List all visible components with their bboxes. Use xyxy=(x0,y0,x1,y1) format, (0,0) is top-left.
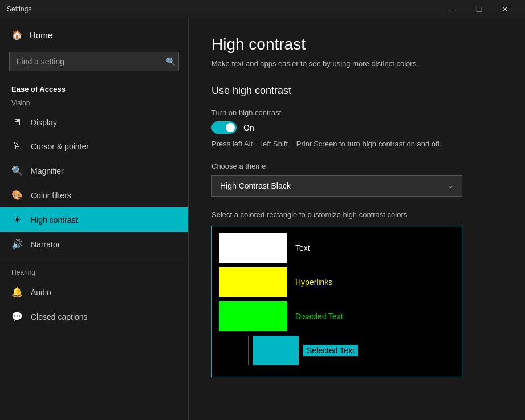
hyperlinks-color-label: Hyperlinks xyxy=(295,278,332,287)
maximize-button[interactable]: □ xyxy=(466,0,492,18)
home-icon: 🏠 xyxy=(11,30,23,40)
toggle-knob xyxy=(226,123,235,132)
toggle-label: Turn on high contrast xyxy=(211,108,502,117)
sidebar-item-closed-captions[interactable]: 💬 Closed captions xyxy=(0,304,188,329)
selected-text-bg-swatch[interactable] xyxy=(219,336,249,365)
sidebar-home-label: Home xyxy=(30,30,52,40)
sidebar-divider xyxy=(0,260,188,260)
high-contrast-toggle[interactable] xyxy=(211,121,237,134)
color-customization-panel: Text Hyperlinks Disabled Text Selected T… xyxy=(211,226,462,377)
chevron-down-icon: ⌄ xyxy=(448,182,454,190)
sidebar-item-narrator[interactable]: 🔊 Narrator xyxy=(0,232,188,256)
color-row-hyperlinks: Hyperlinks xyxy=(219,267,455,297)
sidebar-magnifier-label: Magnifier xyxy=(31,166,64,176)
sidebar-item-display[interactable]: 🖥 Display xyxy=(0,111,188,134)
sidebar-item-color-filters[interactable]: 🎨 Color filters xyxy=(0,183,188,207)
search-input[interactable] xyxy=(9,52,179,71)
ease-of-access-label: Ease of Access xyxy=(0,80,188,97)
main-content: High contrast Make text and apps easier … xyxy=(188,18,525,420)
sidebar-audio-label: Audio xyxy=(31,288,51,297)
title-bar: Settings – □ ✕ xyxy=(0,0,525,18)
text-color-label: Text xyxy=(295,243,310,252)
sidebar-high-contrast-label: High contrast xyxy=(31,215,78,225)
sidebar-display-label: Display xyxy=(31,118,57,127)
sidebar-cursor-label: Cursor & pointer xyxy=(31,142,89,151)
disabled-text-color-label: Disabled Text xyxy=(295,312,343,321)
toggle-state-label: On xyxy=(243,123,254,132)
sidebar: 🏠 Home 🔍 Ease of Access Vision 🖥 Display… xyxy=(0,18,188,420)
search-button[interactable]: 🔍 xyxy=(166,57,176,66)
color-filters-icon: 🎨 xyxy=(11,190,23,201)
sidebar-color-filters-label: Color filters xyxy=(31,191,71,200)
choose-theme-label: Choose a theme xyxy=(211,162,502,170)
sidebar-closed-captions-label: Closed captions xyxy=(31,312,88,321)
section-heading: Use high contrast xyxy=(211,85,502,97)
close-button[interactable]: ✕ xyxy=(492,0,518,18)
toggle-row: On xyxy=(211,121,502,134)
selected-text-label: Selected Text xyxy=(303,345,358,356)
sidebar-item-magnifier[interactable]: 🔍 Magnifier xyxy=(0,158,188,183)
sidebar-home-item[interactable]: 🏠 Home xyxy=(0,18,188,52)
page-subtitle: Make text and apps easier to see by usin… xyxy=(211,59,502,68)
text-color-swatch[interactable] xyxy=(219,233,287,263)
magnifier-icon: 🔍 xyxy=(11,165,23,176)
closed-captions-icon: 💬 xyxy=(11,311,23,322)
disabled-text-color-swatch[interactable] xyxy=(219,301,287,331)
hearing-label: Hearing xyxy=(0,264,188,280)
sidebar-item-cursor[interactable]: 🖱 Cursor & pointer xyxy=(0,134,188,158)
color-row-disabled-text: Disabled Text xyxy=(219,301,455,331)
narrator-icon: 🔊 xyxy=(11,239,23,250)
theme-dropdown[interactable]: High Contrast Black ⌄ xyxy=(211,175,462,197)
display-icon: 🖥 xyxy=(11,117,23,128)
selected-text-fg-swatch[interactable] xyxy=(253,336,299,365)
color-rect-label: Select a colored rectangle to customize … xyxy=(211,210,502,219)
sidebar-item-high-contrast[interactable]: ☀ High contrast xyxy=(0,207,188,232)
color-row-selected-text: Selected Text xyxy=(219,336,455,365)
shortcut-hint: Press left Alt + left Shift + Print Scre… xyxy=(211,140,502,148)
vision-label: Vision xyxy=(0,97,188,111)
sidebar-search-container: 🔍 xyxy=(9,52,179,71)
app-title: Settings xyxy=(7,5,31,13)
audio-icon: 🔔 xyxy=(11,287,23,297)
minimize-button[interactable]: – xyxy=(439,0,466,18)
color-row-text: Text xyxy=(219,233,455,263)
page-title: High contrast xyxy=(211,35,502,54)
app-container: 🏠 Home 🔍 Ease of Access Vision 🖥 Display… xyxy=(0,18,525,420)
window-controls: – □ ✕ xyxy=(439,0,518,18)
hyperlinks-color-swatch[interactable] xyxy=(219,267,287,297)
high-contrast-icon: ☀ xyxy=(11,214,23,225)
sidebar-item-audio[interactable]: 🔔 Audio xyxy=(0,280,188,304)
sidebar-narrator-label: Narrator xyxy=(31,240,60,249)
cursor-icon: 🖱 xyxy=(11,141,23,152)
theme-selected-value: High Contrast Black xyxy=(220,181,291,190)
